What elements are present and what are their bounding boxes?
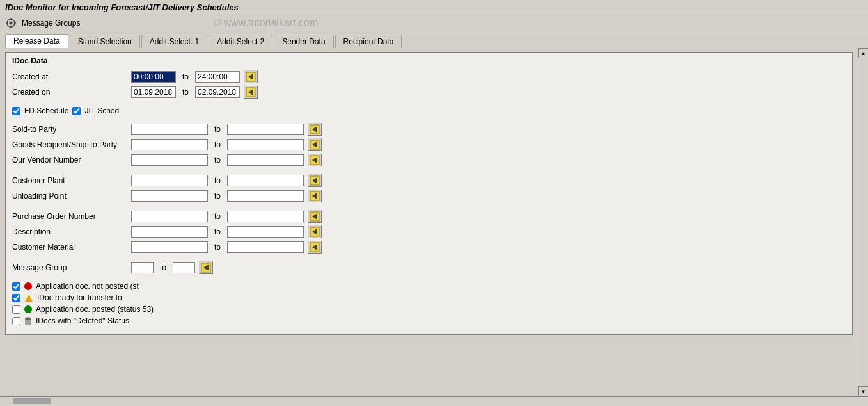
status-checkbox-3[interactable] <box>12 305 20 314</box>
purchase-order-arrow-btn[interactable] <box>308 210 322 223</box>
customer-material-label: Customer Material <box>12 243 127 252</box>
message-group-row: Message Group to <box>12 261 846 274</box>
customer-plant-label: Customer Plant <box>12 176 127 185</box>
customer-plant-row: Customer Plant to <box>12 174 846 187</box>
goods-recipient-label: Goods Recipient/Ship-To Party <box>12 140 127 149</box>
to-label-1: to <box>182 72 189 81</box>
customer-material-row: Customer Material to <box>12 241 846 254</box>
tab-recipient-data[interactable]: Recipient Data <box>335 35 402 48</box>
description-to-input[interactable] <box>227 226 304 238</box>
status-dot-red <box>24 282 32 290</box>
description-arrow-btn[interactable] <box>308 225 322 238</box>
customer-material-arrow-btn[interactable] <box>308 241 322 254</box>
description-from-input[interactable] <box>131 226 208 238</box>
status-label-4: IDocs with "Deleted" Status <box>36 316 129 325</box>
group-title: IDoc Data <box>12 56 846 65</box>
status-row-4: IDocs with "Deleted" Status <box>12 316 846 325</box>
status-label-2: IDoc ready for transfer to <box>37 293 122 302</box>
status-row-1: Application doc. not posted (st <box>12 282 846 291</box>
created-at-label: Created at <box>12 72 127 81</box>
to-label-9: to <box>214 227 221 236</box>
unloading-point-to-input[interactable] <box>227 190 304 202</box>
status-dot-green <box>24 305 32 313</box>
created-on-to-input[interactable] <box>195 86 240 98</box>
message-group-to-input[interactable] <box>173 262 195 273</box>
vendor-number-arrow-btn[interactable] <box>308 154 322 166</box>
goods-recipient-row: Goods Recipient/Ship-To Party to <box>12 138 846 151</box>
scrollbar-thumb[interactable] <box>13 398 51 404</box>
fd-schedule-checkbox[interactable] <box>12 107 20 115</box>
fd-schedule-label: FD Schedule <box>24 106 68 115</box>
status-label-3: Application doc. posted (status 53) <box>36 305 154 314</box>
vendor-number-row: Our Vendor Number to <box>12 154 846 166</box>
svg-rect-11 <box>252 90 253 95</box>
svg-rect-8 <box>252 74 253 79</box>
goods-recipient-to-input[interactable] <box>227 139 304 150</box>
svg-rect-23 <box>316 178 317 183</box>
content-area: IDoc Data Created at to Created on <box>0 48 858 396</box>
to-label-3: to <box>214 125 221 134</box>
vendor-number-to-input[interactable] <box>227 154 304 166</box>
unloading-point-arrow-btn[interactable] <box>308 190 322 202</box>
customer-material-to-input[interactable] <box>227 241 304 253</box>
customer-material-from-input[interactable] <box>131 241 208 253</box>
tab-addit-select-1[interactable]: Addit.Select. 1 <box>141 35 207 48</box>
vendor-number-from-input[interactable] <box>131 154 208 166</box>
to-label-5: to <box>214 156 221 165</box>
app-title: IDoc Monitor for Incoming Forecast/JIT D… <box>5 3 239 12</box>
created-on-arrow-btn[interactable] <box>244 86 258 99</box>
bottom-scrollbar <box>0 396 868 404</box>
tab-release-data[interactable]: Release Data <box>5 34 68 48</box>
vendor-number-label: Our Vendor Number <box>12 156 127 165</box>
customer-plant-from-input[interactable] <box>131 175 208 186</box>
jit-sched-checkbox[interactable] <box>72 107 81 115</box>
trash-icon <box>24 317 32 325</box>
watermark: © www.tutorialkart.com <box>213 17 318 29</box>
purchase-order-from-input[interactable] <box>131 211 208 222</box>
tab-sender-data[interactable]: Sender Data <box>274 35 333 48</box>
svg-rect-14 <box>316 127 317 132</box>
status-label-1: Application doc. not posted (st <box>36 282 139 291</box>
goods-recipient-arrow-btn[interactable] <box>308 138 322 151</box>
description-row: Description to <box>12 225 846 238</box>
to-label-7: to <box>214 191 221 200</box>
message-group-from-input[interactable] <box>131 262 154 273</box>
created-at-row: Created at to <box>12 70 846 83</box>
svg-rect-41 <box>27 318 29 319</box>
sold-to-party-arrow-btn[interactable] <box>308 123 322 136</box>
sold-to-party-label: Sold-to Party <box>12 125 127 134</box>
created-on-from-input[interactable] <box>131 86 176 98</box>
svg-rect-17 <box>316 142 317 147</box>
message-group-arrow-btn[interactable] <box>199 261 213 274</box>
purchase-order-to-input[interactable] <box>227 211 304 222</box>
purchase-order-row: Purchase Order Number to <box>12 210 846 223</box>
svg-rect-38 <box>207 265 209 270</box>
created-on-row: Created on to <box>12 86 846 99</box>
created-at-arrow-btn[interactable] <box>244 70 258 83</box>
created-at-from-input[interactable] <box>131 71 176 83</box>
customer-plant-to-input[interactable] <box>227 175 304 186</box>
status-row-3: Application doc. posted (status 53) <box>12 305 846 314</box>
goods-recipient-from-input[interactable] <box>131 139 208 150</box>
svg-rect-26 <box>316 193 317 199</box>
unloading-point-from-input[interactable] <box>131 190 208 202</box>
sold-to-party-to-input[interactable] <box>227 124 304 135</box>
tab-addit-select-2[interactable]: Addit.Select 2 <box>209 35 272 48</box>
to-label-6: to <box>214 176 221 185</box>
scroll-up-btn[interactable]: ▲ <box>858 48 869 58</box>
sold-to-party-from-input[interactable] <box>131 124 208 135</box>
tab-stand-selection[interactable]: Stand.Selection <box>70 35 140 48</box>
tab-bar: Release Data Stand.Selection Addit.Selec… <box>0 31 868 48</box>
status-row-2: IDoc ready for transfer to <box>12 293 846 302</box>
jit-sched-label: JIT Sched <box>84 106 119 115</box>
description-label: Description <box>12 227 127 236</box>
status-checkbox-1[interactable] <box>12 282 20 291</box>
status-checkbox-4[interactable] <box>12 317 20 325</box>
customer-plant-arrow-btn[interactable] <box>308 174 322 187</box>
scroll-down-btn[interactable]: ▼ <box>858 386 869 396</box>
created-at-to-input[interactable] <box>195 71 240 83</box>
idoc-data-group: IDoc Data Created at to Created on <box>5 52 853 335</box>
to-label-4: to <box>214 140 221 149</box>
status-checkbox-2[interactable] <box>12 294 20 302</box>
settings-icon[interactable] <box>5 17 17 29</box>
